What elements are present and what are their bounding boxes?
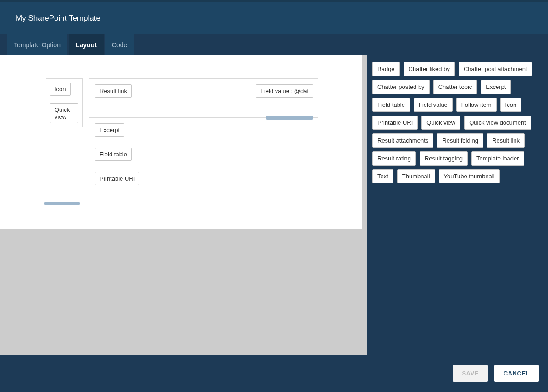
- palette-badge[interactable]: Badge: [372, 62, 400, 76]
- layout-row-1[interactable]: Result link Field value : @dat: [89, 79, 318, 118]
- drop-indicator: [266, 116, 313, 120]
- palette-quick-view-document[interactable]: Quick view document: [464, 116, 531, 130]
- header: My SharePoint Template: [0, 2, 548, 34]
- palette-result-link[interactable]: Result link: [487, 133, 525, 148]
- drop-indicator: [44, 202, 80, 205]
- tabs-row: Template Option Layout Code: [0, 34, 548, 55]
- palette-youtube-thumbnail[interactable]: YouTube thumbnail: [439, 169, 500, 183]
- palette-chatter-liked-by[interactable]: Chatter liked by: [404, 62, 455, 76]
- layout-row-4[interactable]: Printable URI: [89, 166, 318, 191]
- main-area: Icon Quick view Result link Field value …: [0, 55, 548, 355]
- chip-excerpt[interactable]: Excerpt: [95, 123, 124, 137]
- tab-template-option[interactable]: Template Option: [7, 34, 67, 55]
- chip-field-table[interactable]: Field table: [95, 148, 132, 161]
- palette-chatter-post-attachment[interactable]: Chatter post attachment: [459, 62, 532, 76]
- palette-thumbnail[interactable]: Thumbnail: [397, 169, 435, 183]
- tab-layout[interactable]: Layout: [69, 34, 104, 55]
- palette-text[interactable]: Text: [372, 169, 393, 183]
- layout-row-3[interactable]: Field table: [89, 142, 318, 166]
- palette-field-value[interactable]: Field value: [414, 98, 453, 112]
- component-palette-sidebar: Badge Chatter liked by Chatter post atta…: [367, 55, 548, 355]
- cancel-button[interactable]: CANCEL: [494, 365, 539, 382]
- layout-left-column[interactable]: Icon Quick view: [46, 78, 83, 127]
- palette-result-rating[interactable]: Result rating: [372, 151, 416, 166]
- chip-printable-uri[interactable]: Printable URI: [95, 172, 139, 185]
- layout-row-2[interactable]: Excerpt: [89, 118, 318, 142]
- chip-quick-view[interactable]: Quick view: [50, 103, 78, 123]
- chip-result-link[interactable]: Result link: [95, 84, 132, 98]
- layout-right-column[interactable]: Result link Field value : @dat Excerpt F…: [89, 78, 318, 191]
- palette-template-loader[interactable]: Template loader: [471, 151, 524, 166]
- palette-chatter-posted-by[interactable]: Chatter posted by: [372, 80, 430, 94]
- palette-excerpt[interactable]: Excerpt: [481, 80, 511, 94]
- palette-field-table[interactable]: Field table: [372, 98, 410, 112]
- save-button[interactable]: SAVE: [453, 365, 487, 382]
- palette-chatter-topic[interactable]: Chatter topic: [433, 80, 477, 94]
- chip-field-value-date[interactable]: Field value : @dat: [256, 84, 313, 98]
- layout-row-1-right-cell[interactable]: Field value : @dat: [250, 79, 318, 118]
- canvas-container: Icon Quick view Result link Field value …: [0, 55, 367, 355]
- page-title: My SharePoint Template: [16, 14, 100, 23]
- palette-icon[interactable]: Icon: [500, 98, 522, 112]
- palette-result-folding[interactable]: Result folding: [437, 133, 483, 148]
- footer: SAVE CANCEL: [0, 355, 548, 392]
- palette-result-attachments[interactable]: Result attachments: [372, 133, 433, 148]
- layout-canvas[interactable]: Icon Quick view Result link Field value …: [0, 55, 362, 229]
- palette-result-tagging[interactable]: Result tagging: [420, 151, 468, 166]
- tab-code[interactable]: Code: [105, 34, 134, 55]
- chip-icon[interactable]: Icon: [50, 83, 71, 96]
- palette-quick-view[interactable]: Quick view: [421, 116, 460, 130]
- palette-printable-uri[interactable]: Printable URI: [372, 116, 418, 130]
- component-palette: Badge Chatter liked by Chatter post atta…: [372, 62, 542, 183]
- palette-follow-item[interactable]: Follow item: [456, 98, 497, 112]
